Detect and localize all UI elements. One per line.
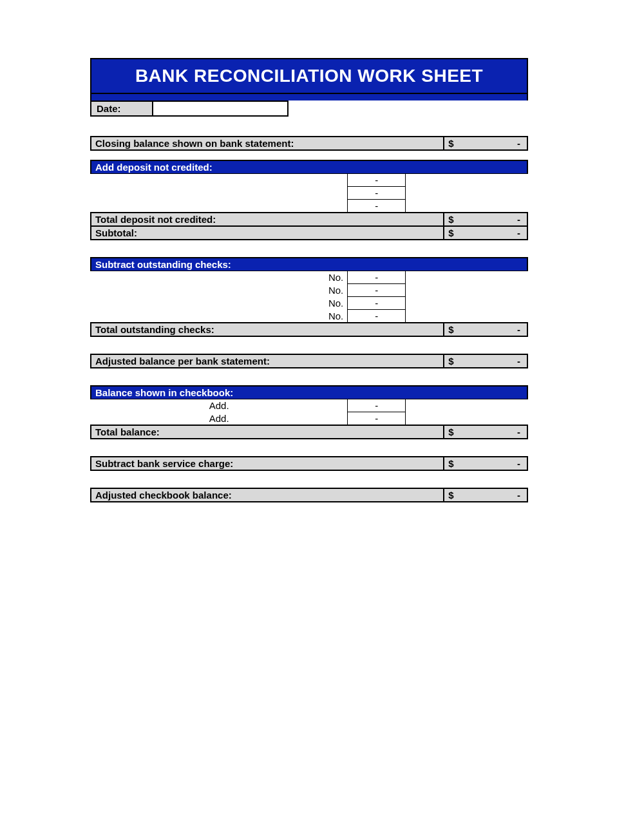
check-row: No. -	[91, 310, 527, 323]
service-charge-amount[interactable]: $-	[444, 457, 527, 470]
subtotal-row: Subtotal: $-	[91, 226, 527, 240]
deposit-row: -	[91, 174, 527, 187]
check-no-label: No.	[91, 297, 348, 310]
total-checks-amount[interactable]: $-	[444, 323, 527, 336]
service-charge-label: Subtract bank service charge:	[91, 457, 444, 470]
check-row: No. -	[91, 284, 527, 297]
total-deposit-amount[interactable]: $-	[444, 213, 527, 226]
total-balance-amount[interactable]: $-	[444, 425, 527, 439]
add-row: Add. -	[91, 399, 527, 412]
adjusted-bank-label: Adjusted balance per bank statement:	[91, 354, 444, 368]
total-deposit-label: Total deposit not credited:	[91, 213, 444, 226]
add-amount[interactable]: -	[348, 412, 406, 426]
subtotal-amount[interactable]: $-	[444, 226, 527, 240]
title-bar: BANK RECONCILIATION WORK SHEET	[90, 58, 528, 94]
check-row: No. -	[91, 271, 527, 284]
check-no-label: No.	[91, 310, 348, 323]
adjusted-bank-amount[interactable]: $-	[444, 354, 527, 368]
date-label: Date:	[90, 100, 153, 117]
add-label: Add.	[91, 399, 348, 412]
reconciliation-table: Closing balance shown on bank statement:…	[90, 136, 528, 502]
adjusted-checkbook-label: Adjusted checkbook balance:	[91, 488, 444, 502]
blue-strip	[90, 94, 528, 100]
add-row: Add. -	[91, 412, 527, 426]
adjusted-checkbook-row: Adjusted checkbook balance: $-	[91, 488, 527, 502]
closing-balance-amount[interactable]: $-	[444, 137, 527, 150]
adjusted-checkbook-amount[interactable]: $-	[444, 488, 527, 502]
deposit-amount[interactable]: -	[348, 187, 406, 200]
check-amount[interactable]: -	[348, 271, 406, 284]
check-row: No. -	[91, 297, 527, 310]
check-amount[interactable]: -	[348, 297, 406, 310]
deposit-row: -	[91, 200, 527, 213]
deposit-amount[interactable]: -	[348, 174, 406, 187]
total-checks-row: Total outstanding checks: $-	[91, 323, 527, 336]
deposit-row: -	[91, 187, 527, 200]
check-amount[interactable]: -	[348, 284, 406, 297]
check-no-label: No.	[91, 271, 348, 284]
service-charge-row: Subtract bank service charge: $-	[91, 457, 527, 470]
balance-checkbook-header: Balance shown in checkbook:	[91, 386, 527, 399]
add-amount[interactable]: -	[348, 399, 406, 412]
adjusted-bank-row: Adjusted balance per bank statement: $-	[91, 354, 527, 368]
total-balance-row: Total balance: $-	[91, 425, 527, 439]
date-input[interactable]	[153, 100, 289, 117]
add-deposit-header: Add deposit not credited:	[91, 160, 527, 174]
subtract-checks-header: Subtract outstanding checks:	[91, 258, 527, 271]
total-checks-label: Total outstanding checks:	[91, 323, 444, 336]
check-amount[interactable]: -	[348, 310, 406, 323]
total-balance-label: Total balance:	[91, 425, 444, 439]
worksheet: BANK RECONCILIATION WORK SHEET Date: Clo…	[90, 58, 528, 502]
date-row: Date:	[90, 100, 528, 117]
add-label: Add.	[91, 412, 348, 426]
subtotal-label: Subtotal:	[91, 226, 444, 240]
deposit-amount[interactable]: -	[348, 200, 406, 213]
check-no-label: No.	[91, 284, 348, 297]
page-title: BANK RECONCILIATION WORK SHEET	[135, 66, 483, 86]
closing-balance-row: Closing balance shown on bank statement:…	[91, 137, 527, 150]
total-deposit-row: Total deposit not credited: $-	[91, 213, 527, 226]
closing-balance-label: Closing balance shown on bank statement:	[91, 137, 444, 150]
